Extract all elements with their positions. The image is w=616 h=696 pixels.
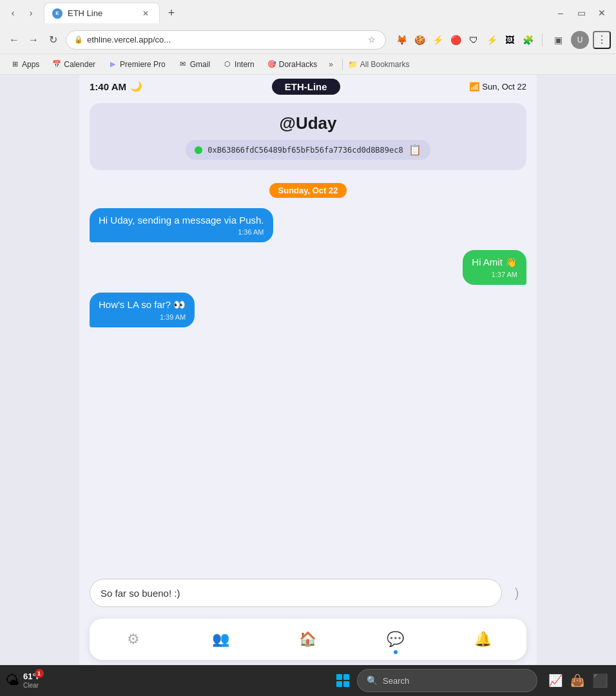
ext-image-icon[interactable]: 🖼 [502,32,517,48]
phone-frame: 1:40 AM 🌙 ETH-Line 📶 Sun, Oct 22 @Uday 0… [79,75,537,665]
moon-icon: 🌙 [130,81,142,92]
bookmarks-divider [342,59,343,70]
message-input[interactable] [90,579,502,607]
file-explorer-button[interactable]: ⬛ [589,670,611,691]
window-controls: – ▭ ✕ [552,4,611,22]
ext-fox-icon[interactable]: 🦊 [394,32,409,48]
title-bar-left: ‹ › [5,5,39,21]
tab-bar: E ETH Line ✕ + [44,3,546,23]
tab-close-button[interactable]: ✕ [140,8,151,19]
message-text: Hi Amit 👋 [472,256,517,267]
profile-button[interactable]: U [571,31,589,49]
nav-item-messages[interactable]: 💬 [380,623,412,655]
bookmark-dorahacks[interactable]: 🎯 DoraHacks [262,58,322,71]
nav-item-notifications[interactable]: 🔔 [467,623,499,655]
weather-icon: 🌤 [5,672,19,689]
ext-puzzle-icon[interactable]: 🧩 [520,32,535,48]
tab-forward-button[interactable]: › [23,5,39,21]
bookmark-calender-label: Calender [64,60,95,69]
star-icon[interactable]: ☆ [366,34,378,46]
win-square-tr [343,674,349,680]
bookmark-apps-label: Apps [22,60,39,69]
tab-favicon: E [52,8,63,19]
status-bar: 1:40 AM 🌙 ETH-Line 📶 Sun, Oct 22 [79,75,537,98]
browser-window: ‹ › E ETH Line ✕ + – ▭ ✕ ← → ↻ 🔒 [0,0,616,696]
copy-icon[interactable]: 📋 [409,144,421,156]
close-button[interactable]: ✕ [593,4,611,22]
bookmark-gmail-label: Gmail [190,60,210,69]
forward-button[interactable]: → [24,31,43,49]
tab-back-button[interactable]: ‹ [5,5,21,21]
bottom-nav: ⚙ 👥 🏠 💬 🔔 [90,619,526,660]
taskbar-search[interactable]: 🔍 Search [357,669,537,692]
wallet-online-dot [195,146,202,154]
new-tab-button[interactable]: + [162,4,180,22]
more-bookmarks-button[interactable]: » [325,58,337,71]
message-time: 1:39 AM [99,313,186,321]
nav-item-home[interactable]: 🏠 [292,623,324,655]
all-bookmarks-button[interactable]: 📁 All Bookmarks [348,60,410,69]
sidebar-button[interactable]: ▣ [549,31,567,49]
taskbar-icon-tray1[interactable]: 📈 [545,670,566,691]
message-row: Hi Uday, sending a message via Push. 1:3… [90,208,526,242]
maximize-button[interactable]: ▭ [572,4,590,22]
notification-badge: 1 [35,669,44,678]
bookmark-apps[interactable]: ⊞ Apps [5,58,44,71]
bookmark-dorahacks-label: DoraHacks [279,60,317,69]
taskbar-icons: 📈 👜 ⬛ [545,670,611,691]
active-tab[interactable]: E ETH Line ✕ [44,3,160,23]
notifications-icon: 🔔 [474,631,492,648]
ext-cookie-icon[interactable]: 🍪 [412,32,427,48]
page-content: 1:40 AM 🌙 ETH-Line 📶 Sun, Oct 22 @Uday 0… [0,75,616,665]
menu-button[interactable]: ⋮ [593,31,611,49]
message-row: How's LA so far? 👀 1:39 AM [90,293,526,327]
win-square-tl [336,674,342,680]
nav-item-contacts[interactable]: 👥 [204,623,236,655]
ext-bolt-icon[interactable]: ⚡ [430,32,445,48]
app-title-badge: ETH-Line [272,79,340,95]
address-bar[interactable]: 🔒 ethline.vercel.app/co... ☆ [66,30,386,50]
bookmark-premiere-label: Premiere Pro [120,60,166,69]
send-indicator: ) [507,583,526,603]
lock-icon: 🔒 [74,35,83,44]
bookmark-gmail[interactable]: ✉ Gmail [173,58,215,71]
tab-title: ETH Line [68,8,135,18]
nav-arrows: ← → ↻ [5,31,62,49]
reload-button[interactable]: ↻ [44,31,62,49]
bookmarks-folder-icon: 📁 [348,60,358,69]
bookmark-premiere[interactable]: ▶ Premiere Pro [103,58,171,71]
date-pill: Sunday, Oct 22 [269,183,347,198]
gmail-bookmark-icon: ✉ [178,60,188,69]
status-right: 📶 Sun, Oct 22 [469,82,526,92]
message-time: 1:37 AM [472,271,517,278]
premiere-bookmark-icon: ▶ [108,60,117,69]
message-bubble-left: How's LA so far? 👀 1:39 AM [90,293,195,327]
weather-widget[interactable]: 1 🌤 61°F Clear [5,672,41,690]
message-time: 1:36 AM [99,228,264,236]
dorahacks-bookmark-icon: 🎯 [267,60,276,69]
message-bubble-left: Hi Uday, sending a message via Push. 1:3… [90,208,273,242]
taskbar-icon-tray2[interactable]: 👜 [567,670,588,691]
ext-red-icon[interactable]: 🔴 [448,32,463,48]
intern-bookmark-icon: ⬡ [223,60,232,69]
wallet-address-row: 0xB63866fdC56489bf65bFb56fa7736cd0d8B89e… [186,140,430,160]
win-square-br [343,681,349,687]
bookmarks-bar: ⊞ Apps 📅 Calender ▶ Premiere Pro ✉ Gmail… [0,54,616,75]
status-time: 1:40 AM 🌙 [90,81,142,92]
apps-bookmark-icon: ⊞ [10,60,19,69]
minimize-button[interactable]: – [552,4,570,22]
message-text: How's LA so far? 👀 [99,299,186,310]
win-square-bl [336,681,342,687]
signal-icon: 📶 [469,82,479,92]
search-icon: 🔍 [367,675,378,686]
back-button[interactable]: ← [5,31,23,49]
ext-shield-icon[interactable]: 🛡 [466,32,481,48]
nav-item-settings[interactable]: ⚙ [117,623,149,655]
username: @Uday [280,113,337,133]
calender-bookmark-icon: 📅 [52,60,61,69]
bookmark-calender[interactable]: 📅 Calender [47,58,101,71]
bookmark-intern[interactable]: ⬡ Intern [218,58,260,71]
windows-start-button[interactable] [331,669,354,692]
taskbar: 1 🌤 61°F Clear 🔍 Search 📈 👜 ⬛ [0,665,616,696]
ext-flash-icon[interactable]: ⚡ [484,32,499,48]
